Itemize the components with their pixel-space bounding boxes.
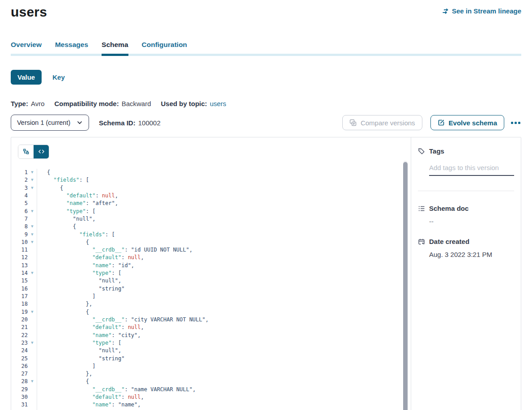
key-tab-button[interactable]: Key <box>52 73 65 81</box>
line-number: 2 <box>11 176 28 184</box>
fold-toggle-icon[interactable]: ▼ <box>28 208 37 215</box>
code-line-content: { <box>37 223 411 231</box>
line-number: 13 <box>11 262 28 269</box>
line-number: 26 <box>11 363 28 370</box>
value-tab-button[interactable]: Value <box>11 70 42 85</box>
line-number: 7 <box>11 215 28 223</box>
more-menu-icon[interactable] <box>510 119 521 127</box>
code-line-content: "name": "after", <box>37 200 411 207</box>
editor-scrollbar-thumb[interactable] <box>403 162 408 410</box>
code-line: 21"default": null, <box>11 324 411 331</box>
compare-versions-button[interactable]: Compare versions <box>342 115 422 130</box>
version-select[interactable]: Version 1 (current) <box>11 115 89 131</box>
list-icon <box>418 205 425 212</box>
fold-toggle-icon[interactable]: ▼ <box>28 169 37 176</box>
code-line: 8▼{ <box>11 223 411 231</box>
tab-schema[interactable]: Schema <box>102 41 128 50</box>
see-in-stream-lineage-link[interactable]: See in Stream lineage <box>442 7 521 15</box>
compatibility-pair: Compatibility mode: Backward <box>54 100 151 107</box>
sidebar-divider <box>418 191 514 191</box>
code-line-content: ] <box>37 363 411 370</box>
line-number: 14 <box>11 269 28 277</box>
code-view-button[interactable] <box>34 145 49 159</box>
code-line-content: "default": null, <box>37 254 411 261</box>
code-line-content: "name": "name", <box>37 401 411 409</box>
date-created-section-header: Date created <box>418 238 514 245</box>
code-line-content: "fields": [ <box>37 176 411 184</box>
line-number: 25 <box>11 355 28 363</box>
tab-overview[interactable]: Overview <box>11 41 42 50</box>
schema-editor: 1▼{2▼"fields": [3▼{4"default": null,5"na… <box>11 137 411 410</box>
code-line: 9▼"fields": [ <box>11 231 411 239</box>
tab-configuration[interactable]: Configuration <box>142 41 187 50</box>
fold-toggle-icon[interactable]: ▼ <box>28 308 37 316</box>
code-line-content: }, <box>37 300 411 308</box>
fold-toggle-icon[interactable]: ▼ <box>28 223 37 231</box>
code-line-content: "default": null, <box>37 324 411 331</box>
tab-messages[interactable]: Messages <box>55 41 88 50</box>
line-number: 10 <box>11 239 28 246</box>
code-line: 29"__crdb__": "name VARCHAR NULL", <box>11 386 411 393</box>
fold-spacer <box>28 370 37 378</box>
stream-lineage-icon <box>442 8 449 15</box>
fold-toggle-icon[interactable]: ▼ <box>28 231 37 239</box>
version-selected-value: Version 1 (current) <box>17 119 70 126</box>
fold-toggle-icon[interactable]: ▼ <box>28 378 37 385</box>
fold-spacer <box>28 401 37 409</box>
fold-spacer <box>28 324 37 331</box>
line-number: 29 <box>11 386 28 393</box>
fold-spacer <box>28 254 37 261</box>
code-line: 22"name": "city", <box>11 332 411 339</box>
editor-view-toggle <box>18 145 49 159</box>
tree-view-button[interactable] <box>18 145 34 159</box>
code-view-icon <box>38 148 45 156</box>
schema-id-value: 100002 <box>138 119 161 127</box>
editor-scrollbar[interactable] <box>403 161 408 410</box>
line-number: 3 <box>11 184 28 192</box>
fold-spacer <box>28 262 37 269</box>
fold-spacer <box>28 285 37 293</box>
calendar-plus-icon <box>418 238 425 245</box>
code-line: 13"name": "id", <box>11 262 411 269</box>
fold-toggle-icon[interactable]: ▼ <box>28 184 37 192</box>
fold-spacer <box>28 246 37 254</box>
line-number: 5 <box>11 200 28 207</box>
schema-sidebar: Tags Schema doc -- <box>411 137 521 410</box>
line-number: 15 <box>11 277 28 285</box>
active-tab-indicator <box>102 54 128 56</box>
add-tags-input[interactable] <box>429 164 514 176</box>
evolve-schema-label: Evolve schema <box>449 119 497 127</box>
fold-toggle-icon[interactable]: ▼ <box>28 239 37 246</box>
fold-spacer <box>28 347 37 354</box>
code-line: 24"null", <box>11 347 411 354</box>
see-in-stream-lineage-label: See in Stream lineage <box>452 7 521 15</box>
used-by-topic-link[interactable]: users <box>210 100 226 107</box>
code-line-content: "string" <box>37 285 411 293</box>
code-line-content: }, <box>37 370 411 378</box>
code-line: 26] <box>11 363 411 370</box>
code-line-content: "type": [ <box>37 208 411 215</box>
code-line: 18}, <box>11 300 411 308</box>
line-number: 12 <box>11 254 28 261</box>
fold-spacer <box>28 355 37 363</box>
fold-toggle-icon[interactable]: ▼ <box>28 269 37 277</box>
topic-tabs: Overview Messages Schema Configuration <box>11 41 521 56</box>
code-line: 30"default": null, <box>11 393 411 401</box>
chevron-down-icon <box>77 120 83 126</box>
code-line-content: { <box>37 169 411 176</box>
line-number: 8 <box>11 223 28 231</box>
line-number: 24 <box>11 347 28 354</box>
code-line: 2▼"fields": [ <box>11 176 411 184</box>
line-number: 11 <box>11 246 28 254</box>
fold-toggle-icon[interactable]: ▼ <box>28 176 37 184</box>
tree-view-icon <box>23 148 30 156</box>
fold-toggle-icon[interactable]: ▼ <box>28 339 37 347</box>
schema-meta: Type: Avro Compatibility mode: Backward … <box>11 100 521 107</box>
used-by-topic-label: Used by topic: <box>161 100 207 107</box>
code-line: 20"__crdb__": "city VARCHAR NOT NULL", <box>11 316 411 324</box>
evolve-schema-button[interactable]: Evolve schema <box>430 115 504 130</box>
code-line-content: "__crdb__": "city VARCHAR NOT NULL", <box>37 316 411 324</box>
schema-doc-section-header: Schema doc <box>418 205 514 212</box>
compare-versions-icon <box>349 119 357 126</box>
type-value: Avro <box>31 100 45 107</box>
